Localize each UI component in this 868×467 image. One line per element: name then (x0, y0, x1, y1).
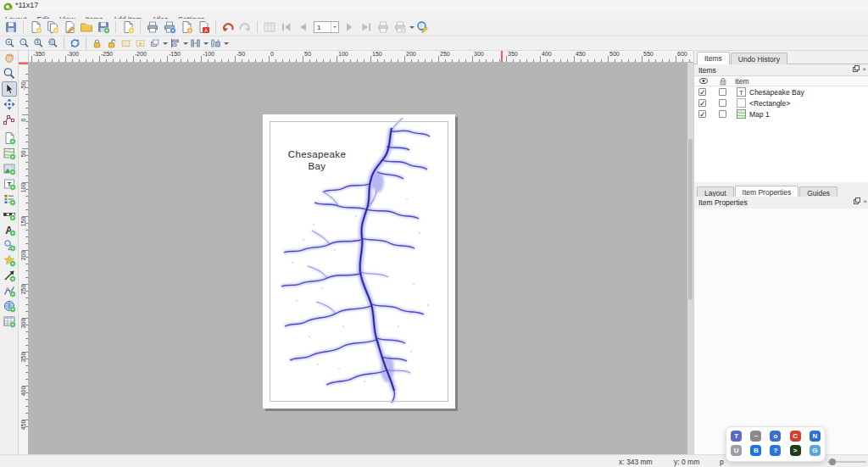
visibility-checkbox[interactable]: ✓ (698, 88, 706, 96)
v-ruler-label: 400 (20, 383, 26, 400)
label-item-chesapeake-bay[interactable]: Chesapeake Bay (278, 148, 356, 172)
float-panel-icon[interactable] (853, 65, 860, 74)
refresh-view-button[interactable] (69, 37, 81, 50)
h-ruler-label: 0 (270, 51, 274, 57)
items-table: Item ✓TChesapeake Bay✓<Rectangle>✓Map 1 (694, 75, 868, 182)
zoom-out-button[interactable]: - (18, 37, 31, 50)
add-marker-tool[interactable] (2, 253, 17, 268)
layout-canvas[interactable]: Chesapeake Bay (29, 63, 693, 454)
add-attribute-table-tool[interactable] (2, 314, 17, 329)
lock-selected-items-button[interactable] (91, 37, 103, 50)
tray-security-shield-icon[interactable]: ? (770, 445, 781, 456)
print-layout-button[interactable] (145, 19, 160, 35)
first-feature-button[interactable] (279, 19, 294, 35)
rename-layout-button[interactable] (62, 19, 77, 35)
select-move-item-tool[interactable] (2, 81, 17, 97)
redo-button[interactable] (237, 19, 253, 35)
items-table-row[interactable]: ✓<Rectangle> (694, 97, 868, 108)
svg-text:1: 1 (36, 39, 39, 44)
layout-page[interactable]: Chesapeake Bay (263, 114, 455, 409)
ruler-corner (19, 51, 29, 63)
last-feature-button[interactable] (359, 19, 374, 35)
print-atlas-button[interactable] (376, 19, 391, 35)
items-table-row[interactable]: ✓TChesapeake Bay (694, 86, 868, 97)
add-shape-tool[interactable] (2, 237, 17, 253)
raise-selected-items-dropdown-icon[interactable] (162, 36, 168, 51)
export-atlas-button[interactable] (392, 19, 408, 35)
preview-atlas-button[interactable] (262, 19, 277, 35)
lock-checkbox[interactable] (719, 88, 726, 96)
tray-network-globe-icon[interactable]: G (810, 445, 821, 456)
h-ruler-label: 300 (474, 51, 484, 57)
next-feature-button[interactable] (342, 19, 357, 35)
h-ruler-label: 250 (440, 51, 450, 57)
lock-checkbox[interactable] (719, 99, 726, 107)
zoom-full-button[interactable] (47, 37, 59, 50)
raise-selected-items-button[interactable] (148, 37, 161, 50)
add-page-tool[interactable] (2, 131, 17, 146)
close-panel-icon[interactable]: × (863, 197, 867, 206)
layout-manager-button[interactable] (79, 19, 94, 35)
spin-dropdown-icon[interactable] (331, 22, 338, 32)
add-picture-tool[interactable] (2, 161, 17, 176)
float-panel-icon[interactable] (854, 197, 860, 206)
add-legend-tool[interactable] (2, 192, 17, 207)
add-node-item-tool[interactable] (2, 283, 17, 298)
align-selected-items-dropdown-icon[interactable] (182, 36, 188, 51)
distribute-items-dropdown-icon[interactable] (203, 36, 209, 51)
canvas-scrollbar[interactable] (687, 63, 693, 454)
duplicate-layout-button[interactable] (45, 19, 60, 35)
add-scalebar-tool[interactable] (2, 207, 17, 222)
zoom-slider[interactable] (827, 461, 866, 463)
export-as-image-button[interactable] (162, 19, 177, 35)
add-pages-button[interactable] (120, 19, 136, 35)
add-label-tool[interactable]: T (2, 176, 17, 192)
zoom-slider-thumb[interactable] (829, 459, 836, 465)
lock-checkbox[interactable] (719, 110, 726, 118)
previous-feature-button[interactable] (296, 19, 311, 35)
add-html-tool[interactable] (2, 298, 17, 314)
items-panel-title: Items (698, 66, 716, 75)
items-table-row[interactable]: ✓Map 1 (694, 108, 868, 120)
group-items-button[interactable] (120, 37, 132, 50)
tray-sync-blocked-icon[interactable]: o (770, 431, 781, 442)
v-ruler-label: 0 (20, 112, 26, 129)
close-panel-icon[interactable]: × (862, 65, 866, 74)
edit-nodes-item-tool[interactable] (2, 112, 17, 127)
qgis-layout-window: *11x17 LayoutEditViewItemsAdd ItemAtlasS… (0, 0, 868, 467)
move-item-content-tool[interactable] (2, 97, 17, 112)
atlas-settings-button[interactable] (415, 19, 431, 35)
add-map-tool[interactable] (2, 146, 17, 161)
align-selected-items-button[interactable] (169, 37, 181, 50)
add-north-arrow-tool[interactable]: A (2, 222, 17, 237)
unlock-all-items-button[interactable] (105, 37, 118, 50)
visibility-checkbox[interactable]: ✓ (698, 99, 706, 107)
resize-items-button[interactable] (209, 37, 222, 50)
export-as-pdf-button[interactable]: A (196, 19, 211, 35)
tray-usb-eject-icon[interactable]: U (731, 445, 742, 456)
tray-bluetooth-icon[interactable]: B (750, 445, 761, 456)
zoom-tool-tool[interactable] (2, 66, 17, 81)
distribute-items-button[interactable] (189, 37, 202, 50)
export-atlas-dropdown-icon[interactable] (409, 19, 415, 35)
new-layout-button[interactable] (28, 19, 43, 35)
tray-teams-icon[interactable]: T (731, 431, 742, 442)
zoom-in-button[interactable]: + (3, 37, 16, 50)
tray-app-blue-icon[interactable]: N (810, 431, 821, 442)
pan-layout-tool[interactable] (2, 51, 17, 66)
save-layout-button[interactable] (3, 19, 19, 35)
tab-items[interactable]: Items (697, 52, 730, 64)
zoom-actual-button[interactable]: 1 (32, 37, 45, 50)
visibility-checkbox[interactable]: ✓ (698, 110, 706, 118)
tray-console-app-icon[interactable]: > (790, 445, 801, 456)
atlas-page-spin[interactable]: 1 (314, 21, 339, 33)
ungroup-items-button[interactable] (134, 37, 147, 50)
add-arrow-tool[interactable] (2, 268, 17, 283)
tab-undo-history[interactable]: Undo History (731, 53, 787, 64)
export-as-svg-button[interactable] (179, 19, 194, 35)
tray-onedrive-icon[interactable]: ~ (750, 431, 761, 442)
resize-items-dropdown-icon[interactable] (223, 36, 229, 51)
tray-ccleaner-icon[interactable]: C (790, 431, 801, 442)
save-project-button[interactable] (96, 19, 111, 35)
undo-button[interactable] (220, 19, 236, 35)
